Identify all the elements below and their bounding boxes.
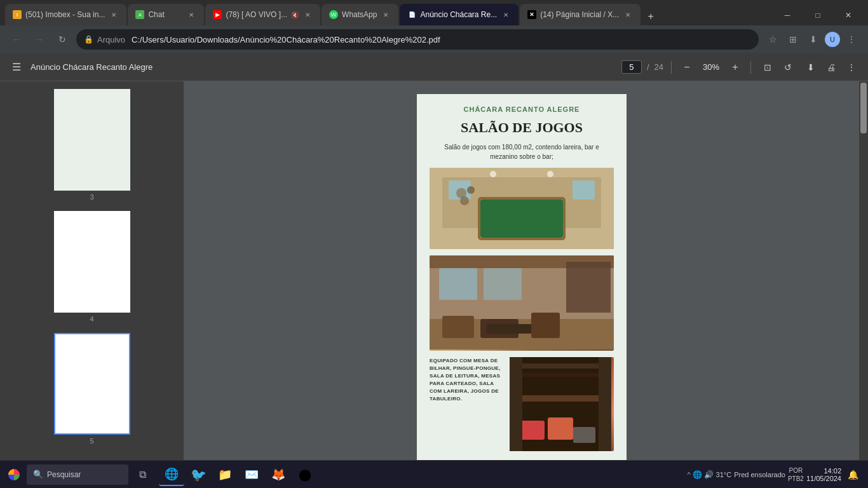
tab-youtube-title: (78) [ AO VIVO ]... xyxy=(226,10,287,19)
chevron-up-icon[interactable]: ^ xyxy=(687,471,690,478)
pdf-menu-button[interactable]: ☰ xyxy=(8,58,25,76)
maximize-button[interactable]: □ xyxy=(803,5,832,25)
tab-youtube[interactable]: ▶ (78) [ AO VIVO ]... 🔇 ✕ xyxy=(205,4,320,25)
svg-rect-18 xyxy=(487,324,531,334)
svg-point-9 xyxy=(467,186,475,194)
pdf-more-icon[interactable]: ⋮ xyxy=(843,58,860,76)
thumb-4-page[interactable] xyxy=(54,211,130,313)
taskbar-file-explorer[interactable]: 📁 xyxy=(212,463,238,486)
tab-chat[interactable]: A Chat ✕ xyxy=(128,4,204,25)
volume-icon[interactable]: 🔊 xyxy=(704,470,714,479)
tab-pdf-close[interactable]: ✕ xyxy=(501,10,511,20)
language-indicator: POR PTB2 xyxy=(788,466,804,483)
toolbar-icons: ☆ ⊞ ⬇ U ⋮ xyxy=(764,30,860,48)
pdf-viewer: ☰ Anúncio Chácara Recanto Alegre / 24 − … xyxy=(0,53,868,460)
x-favicon: ✕ xyxy=(527,10,536,19)
back-button[interactable]: ← xyxy=(8,30,25,48)
mail-icon: ✉️ xyxy=(245,468,259,482)
pdf-page-separator: / xyxy=(647,62,649,72)
svg-point-10 xyxy=(460,196,469,205)
tab-chat-title: Chat xyxy=(148,10,182,19)
taskbar-firefox[interactable]: 🦊 xyxy=(266,463,291,486)
tab-whatsapp[interactable]: W WhatsApp ✕ xyxy=(322,4,398,25)
fit-page-icon[interactable]: ⊡ xyxy=(759,58,776,76)
tab-imobex[interactable]: I (501) Imobex - Sua in... ✕ xyxy=(5,4,126,25)
pdf-photo-mezzanine xyxy=(510,357,614,451)
pdf-divider xyxy=(671,61,672,74)
pdf-toolbar: ☰ Anúncio Chácara Recanto Alegre / 24 − … xyxy=(0,53,868,81)
svg-rect-27 xyxy=(510,357,522,451)
tab-imobex-close[interactable]: ✕ xyxy=(109,10,119,20)
settings-icon[interactable]: ⋮ xyxy=(843,30,860,48)
tab-pdf-title: Anúncio Chácara Re... xyxy=(420,10,497,19)
taskbar: 🔍 Pesquisar ⧉ 🌐 🐦 📁 ✉️ xyxy=(0,460,868,488)
start-button[interactable] xyxy=(3,463,25,486)
pdf-description: Salão de jogos com 180,00 m2, contendo l… xyxy=(439,142,604,161)
svg-rect-29 xyxy=(573,427,595,443)
pdf-toolbar-right: ⊡ ↺ ⬇ 🖨 ⋮ xyxy=(759,58,860,76)
right-scrollbar[interactable] xyxy=(859,81,868,460)
taskbar-chrome[interactable]: ⬤ xyxy=(292,463,318,486)
taskbar-mail[interactable]: ✉️ xyxy=(239,463,264,486)
svg-rect-5 xyxy=(573,180,595,200)
svg-point-7 xyxy=(547,171,553,177)
thumb-5-page[interactable] xyxy=(54,333,130,435)
pdf-download-icon[interactable]: ⬇ xyxy=(802,58,820,76)
taskbar-search[interactable]: 🔍 Pesquisar xyxy=(27,464,128,485)
keyboard-label: PTB2 xyxy=(788,475,804,483)
pdf-bottom-row: EQUIPADO COM MESA DE BILHAR, PINGUE-PONG… xyxy=(430,357,614,451)
tab-youtube-close[interactable]: ✕ xyxy=(302,10,313,20)
pdf-bottom-text: EQUIPADO COM MESA DE BILHAR, PINGUE-PONG… xyxy=(430,357,506,403)
network-icon[interactable]: 🌐 xyxy=(693,470,702,479)
pdf-title: Anúncio Chácara Recanto Alegre xyxy=(31,62,616,72)
svg-rect-25 xyxy=(510,363,611,369)
pdf-page-input[interactable] xyxy=(621,60,642,74)
svg-rect-26 xyxy=(510,373,611,377)
pdf-brand: CHÁCARA RECANTO ALEGRE xyxy=(464,105,580,113)
tab-x-close[interactable]: ✕ xyxy=(623,10,633,20)
zoom-out-button[interactable]: − xyxy=(679,60,695,75)
pdf-print-icon[interactable]: 🖨 xyxy=(822,58,840,76)
taskbar-weather[interactable]: 31°C Pred ensolarado xyxy=(716,471,785,478)
download-icon[interactable]: ⬇ xyxy=(804,30,822,48)
notification-button[interactable]: 🔔 xyxy=(844,466,862,484)
thumbnail-panel: 3 4 5 xyxy=(0,81,184,460)
taskbar-clock[interactable]: 14:02 11/05/2024 xyxy=(806,467,841,482)
minimize-button[interactable]: ─ xyxy=(773,5,802,25)
tab-x[interactable]: ✕ (14) Página Inicial / X... ✕ xyxy=(520,4,641,25)
folder-icon: 📁 xyxy=(218,468,232,482)
pdf-main-view[interactable]: CHÁCARA RECANTO ALEGRE SALÃO DE JOGOS Sa… xyxy=(184,81,859,460)
thumbnail-page-3[interactable]: 3 xyxy=(54,89,130,201)
tab-whatsapp-close[interactable]: ✕ xyxy=(381,10,391,20)
tab-chat-close[interactable]: ✕ xyxy=(186,10,196,20)
tab-x-title: (14) Página Inicial / X... xyxy=(540,10,619,19)
clock-time: 14:02 xyxy=(824,467,841,475)
address-url: C:/Users/Usuario/Downloads/Anúncio%20Chá… xyxy=(132,35,751,44)
tab-pdf[interactable]: 📄 Anúncio Chácara Re... ✕ xyxy=(400,4,519,25)
notification-icon: 🔔 xyxy=(848,470,858,480)
tab-imobex-title: (501) Imobex - Sua in... xyxy=(25,10,105,19)
profile-avatar[interactable]: U xyxy=(825,32,840,47)
rotation-icon[interactable]: ↺ xyxy=(779,58,797,76)
chat-favicon: A xyxy=(135,10,144,19)
pdf-page: CHÁCARA RECANTO ALEGRE SALÃO DE JOGOS Sa… xyxy=(417,94,627,460)
thumbnail-page-5[interactable]: 5 xyxy=(54,333,130,445)
taskbar-browser[interactable]: 🌐 xyxy=(159,463,184,486)
task-view-button[interactable]: ⧉ xyxy=(130,463,155,486)
address-input[interactable]: 🔒 Arquivo C:/Users/Usuario/Downloads/Anú… xyxy=(76,29,759,50)
reload-button[interactable]: ↻ xyxy=(53,30,71,48)
forward-button[interactable]: → xyxy=(31,30,48,48)
pdf-content: 3 4 5 CHÁCARA RECANTO ALEGRE xyxy=(0,81,868,460)
thumbnail-page-4[interactable]: 4 xyxy=(54,211,130,323)
imobex-favicon: I xyxy=(13,10,22,19)
new-tab-button[interactable]: + xyxy=(642,8,660,25)
lock-icon: 🔒 xyxy=(84,35,93,44)
thumb-3-page[interactable] xyxy=(54,89,130,191)
taskbar-bird-app[interactable]: 🐦 xyxy=(186,463,211,486)
svg-rect-22 xyxy=(510,395,611,402)
extensions-icon[interactable]: ⊞ xyxy=(784,30,802,48)
close-button[interactable]: ✕ xyxy=(834,5,863,25)
bookmark-star-icon[interactable]: ☆ xyxy=(764,30,782,48)
zoom-in-button[interactable]: + xyxy=(728,60,743,75)
whatsapp-favicon: W xyxy=(329,10,338,19)
